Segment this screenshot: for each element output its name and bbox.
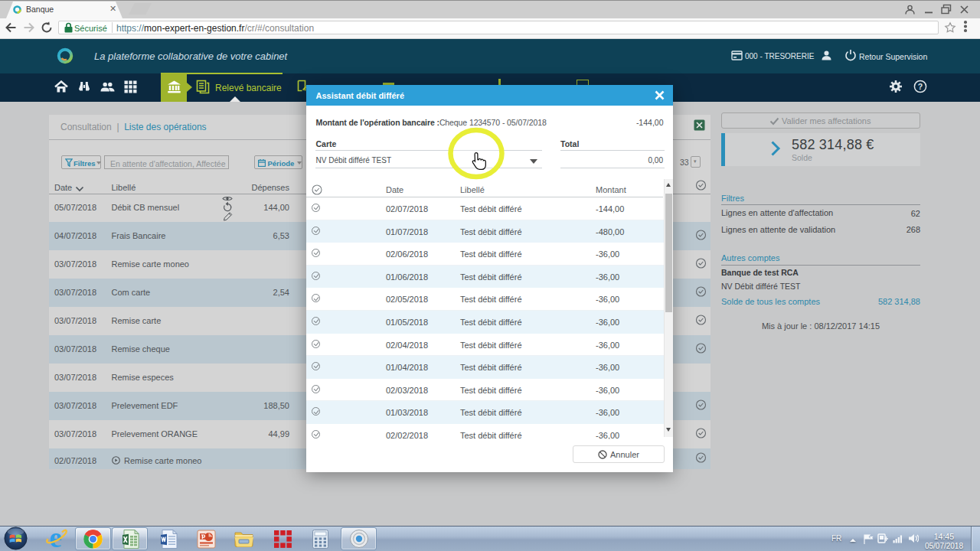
- svg-text:?: ?: [918, 82, 923, 91]
